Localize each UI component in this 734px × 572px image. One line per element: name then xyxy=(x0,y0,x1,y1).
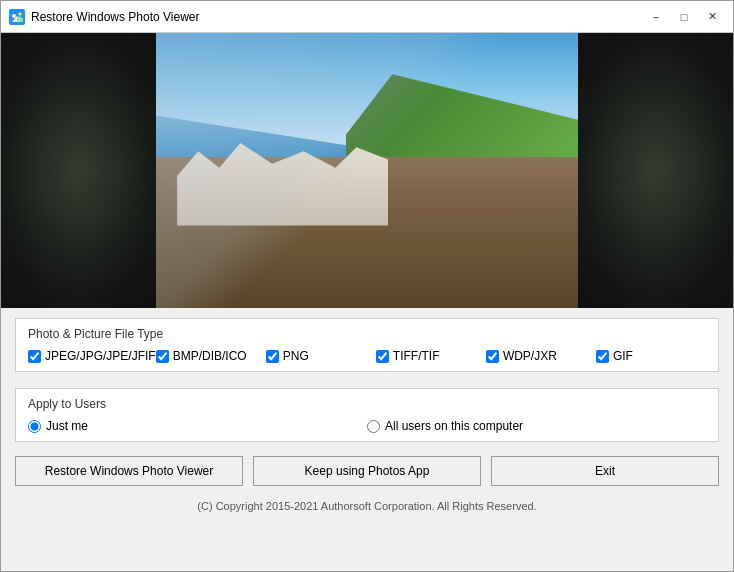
checkbox-jpeg[interactable] xyxy=(28,350,41,363)
checkbox-png[interactable] xyxy=(266,350,279,363)
checkbox-bmp[interactable] xyxy=(156,350,169,363)
radio-row: Just me All users on this computer xyxy=(28,419,706,433)
checkbox-jpeg-label: JPEG/JPG/JPE/JFIF xyxy=(45,349,156,363)
right-panel xyxy=(578,33,733,308)
keep-button[interactable]: Keep using Photos App xyxy=(253,456,481,486)
checkbox-tiff[interactable] xyxy=(376,350,389,363)
users-title: Apply to Users xyxy=(28,397,706,411)
landscape-scene xyxy=(156,33,578,308)
radio-all[interactable] xyxy=(367,420,380,433)
radio-me-label: Just me xyxy=(46,419,88,433)
close-button[interactable]: ✕ xyxy=(699,6,725,28)
checkboxes-row: JPEG/JPG/JPE/JFIF BMP/DIB/ICO PNG TIFF/T… xyxy=(28,349,706,363)
checkbox-gif-label: GIF xyxy=(613,349,633,363)
left-panel xyxy=(1,33,156,308)
checkbox-gif[interactable] xyxy=(596,350,609,363)
checkbox-wdp[interactable] xyxy=(486,350,499,363)
photo-split-effect xyxy=(156,33,578,308)
checkbox-item-wdp[interactable]: WDP/JXR xyxy=(486,349,596,363)
file-type-title: Photo & Picture File Type xyxy=(28,327,706,341)
radio-all-label: All users on this computer xyxy=(385,419,523,433)
window-title: Restore Windows Photo Viewer xyxy=(31,10,643,24)
checkbox-item-gif[interactable]: GIF xyxy=(596,349,706,363)
restore-button[interactable]: Restore Windows Photo Viewer xyxy=(15,456,243,486)
footer: (C) Copyright 2015-2021 Authorsoft Corpo… xyxy=(1,494,733,520)
file-type-section: Photo & Picture File Type JPEG/JPG/JPE/J… xyxy=(15,318,719,372)
checkbox-wdp-label: WDP/JXR xyxy=(503,349,557,363)
buttons-area: Restore Windows Photo Viewer Keep using … xyxy=(15,456,719,486)
minimize-button[interactable]: − xyxy=(643,6,669,28)
svg-point-4 xyxy=(19,12,22,15)
radio-item-me[interactable]: Just me xyxy=(28,419,367,433)
radio-me[interactable] xyxy=(28,420,41,433)
maximize-button[interactable]: □ xyxy=(671,6,697,28)
checkbox-item-jpeg[interactable]: JPEG/JPG/JPE/JFIF xyxy=(28,349,156,363)
checkbox-item-png[interactable]: PNG xyxy=(266,349,376,363)
copyright-text: (C) Copyright 2015-2021 Authorsoft Corpo… xyxy=(197,500,536,512)
checkbox-bmp-label: BMP/DIB/ICO xyxy=(173,349,247,363)
window-controls: − □ ✕ xyxy=(643,6,725,28)
checkbox-item-bmp[interactable]: BMP/DIB/ICO xyxy=(156,349,266,363)
preview-image-area xyxy=(1,33,733,308)
checkbox-tiff-label: TIFF/TIF xyxy=(393,349,440,363)
content-area: Photo & Picture File Type JPEG/JPG/JPE/J… xyxy=(1,308,733,571)
main-window: Restore Windows Photo Viewer − □ ✕ Photo… xyxy=(0,0,734,572)
title-bar: Restore Windows Photo Viewer − □ ✕ xyxy=(1,1,733,33)
app-icon xyxy=(9,9,25,25)
checkbox-item-tiff[interactable]: TIFF/TIF xyxy=(376,349,486,363)
users-section: Apply to Users Just me All users on this… xyxy=(15,388,719,442)
svg-point-1 xyxy=(12,14,16,18)
radio-item-all[interactable]: All users on this computer xyxy=(367,419,706,433)
center-image xyxy=(156,33,578,308)
checkbox-png-label: PNG xyxy=(283,349,309,363)
exit-button[interactable]: Exit xyxy=(491,456,719,486)
